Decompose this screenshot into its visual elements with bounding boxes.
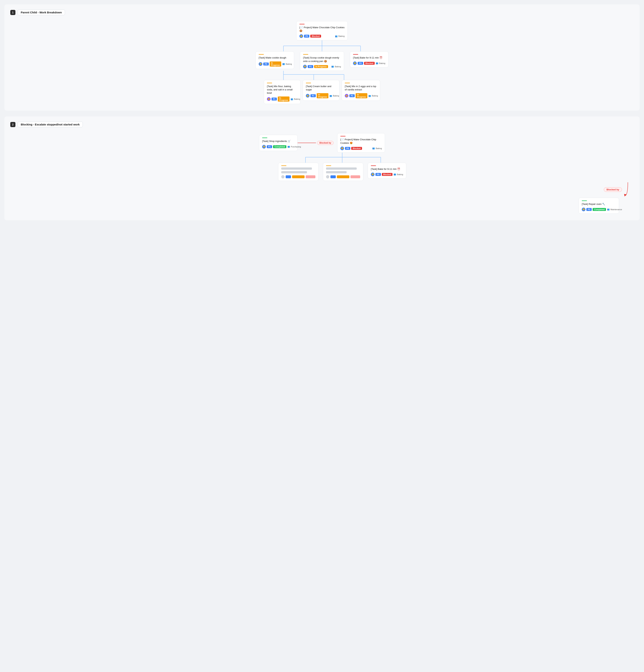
project-priority-s2: P0 [345,147,350,150]
level2-card-2[interactable]: [Task] Bake for 9-11 min ⏰ 😊 P0 Blocked … [350,51,388,67]
blurred-2-line-2 [326,171,347,173]
l3-1-title: [Task] Cream butter and sugar [306,85,336,91]
project-team-s2: 👥 Baking [372,147,382,149]
project-avatar-s2: 😊 [340,146,344,150]
bake-avatar: 😊 [371,172,375,176]
team-icon-l3-0: 👥 [291,98,293,100]
blurred-2-badge-blue [330,175,336,178]
root-status-badge: Blocked [310,35,321,38]
l3-2-footer: 😊 P1 In Progress 👥 Baking [345,93,377,98]
root-team-label: Baking [338,35,344,37]
blurred-2-accent [326,166,331,166]
bake-priority: P0 [375,173,381,176]
l3-2-status: In Progress [355,93,367,98]
l2-2-status: Blocked [364,62,375,65]
blurred-2-badge-yellow [337,175,349,178]
section-1-diagram: [📄 Project] Make Chocolate Chip Cookies … [10,21,634,104]
root-row: [📄 Project] Make Chocolate Chip Cookies … [10,21,634,40]
team-icon-l2-0: 👥 [282,63,285,65]
bake-card[interactable]: [Task] Bake for 9-11 min ⏰ 😊 P0 Blocked … [368,163,406,179]
blurred-2-footer [326,175,360,178]
blurred-card-1 [278,163,318,181]
root-connector [10,40,634,51]
blurred-2-line-1 [326,167,357,170]
l2-2-footer: 😊 P0 Blocked 👥 Baking [353,61,385,65]
section-1: 1 Parent Child - Work Breakdown [📄 Proje… [4,4,640,111]
root-card[interactable]: [📄 Project] Make Chocolate Chip Cookies … [296,21,348,40]
l2-2-accent [353,54,358,55]
shop-team: 👥 Purchasing [288,145,301,148]
section-2: 2 Blocking - Escalate stopped/not starte… [4,117,640,220]
team-icon-l3-1: 👥 [329,95,332,97]
l3-0-title: [Task] Mix flour, baking soda, and salt … [267,85,297,95]
level2-connector [10,71,634,80]
project-card-s2[interactable]: [📄 Project] Make Chocolate Chip Cookies … [337,133,385,153]
l2-0-avatar: 😊 [259,62,262,66]
blocked-by-label-1-wrapper: Blocked by [317,141,333,145]
l2-1-priority: P1 [308,65,313,68]
l2-2-avatar: 😊 [353,61,357,65]
section-2-diagram: [Task] Shop ingredients 🛒 😊 P1 Completed… [10,133,634,214]
level2-card-0[interactable]: [Task] Make cookie dough 😊 P0 In Progres… [256,51,294,69]
project-footer-s2: 😊 P0 Blocked 👥 Baking [340,146,382,150]
level3-card-2[interactable]: [Task] Mix in 2 eggs and a tsp of vanill… [342,80,380,101]
repair-status: Completed [593,208,606,211]
blurred-1-accent [281,166,286,166]
level3-card-0[interactable]: [Task] Mix flour, baking soda, and salt … [264,80,301,104]
bake-status: Blocked [382,173,393,176]
blocked-by-badge-2: Blocked by [604,187,622,192]
team-icon-l2-2: 👥 [376,62,378,64]
l3-1-footer-left: 😊 P1 In Progress [306,93,328,98]
root-team: 👥 Baking [335,35,344,37]
team-icon-l2-1: 👥 [331,65,334,68]
l3-1-avatar: 😊 [306,94,309,98]
project-title-s2: [📄 Project] Make Chocolate Chip Cookies … [340,138,382,145]
l2-0-footer-left: 😊 P0 In Progress [259,61,281,67]
repair-card[interactable]: [Task] Repair oven 🔧 😊 P2 Completed 👥 Ma… [579,198,619,214]
blocked-by-2-row: Blocked by [604,182,630,197]
root-footer: 😊 P0 Blocked 👥 Baking [300,34,344,38]
s2-repair-section: Blocked by [Task] Repair oven 🔧 [10,182,630,214]
blocked-by-arrow-1: Blocked by [296,140,333,146]
level2-card-1[interactable]: [Task] Scoop cookie dough evenly onto a … [300,51,344,71]
l3-2-avatar: 😊 [345,94,349,98]
s2-connector-svg [287,153,397,163]
repair-footer: 😊 P2 Completed 👥 Maintenance [582,208,616,211]
l3-2-priority: P1 [349,94,355,97]
l2-0-accent [259,54,264,55]
l3-1-footer: 😊 P1 In Progress 👥 Baking [306,93,336,98]
l3-0-status: In Progress [278,96,290,101]
l3-1-status: In Progress [317,93,328,98]
blurred-2-circle [326,175,329,178]
section-2-title: Blocking - Escalate stopped/not started … [17,122,83,127]
l2-0-team: 👥 Baking [282,63,292,65]
l3-2-team: 👥 Baking [368,95,378,97]
repair-accent [582,201,587,201]
l3-2-accent [345,83,350,83]
l3-1-priority: P1 [311,94,316,97]
l3-2-footer-left: 😊 P1 In Progress [345,93,367,98]
team-icon-shop: 👥 [288,145,290,148]
blurred-1-line-1 [281,167,312,170]
l3-0-avatar: 😊 [267,97,271,101]
shop-status: Completed [273,145,286,148]
level3-card-1[interactable]: [Task] Cream butter and sugar 😊 P1 In Pr… [303,80,339,101]
l3-2-title: [Task] Mix in 2 eggs and a tsp of vanill… [345,85,377,91]
team-icon-repair: 👥 [607,208,610,211]
shop-card[interactable]: [Task] Shop ingredients 🛒 😊 P1 Completed… [259,135,297,151]
blurred-1-footer [281,175,315,178]
l2-2-title: [Task] Bake for 9-11 min ⏰ [353,56,385,59]
blurred-1-badge-pink [306,175,315,178]
l2-1-team: 👥 Baking [331,65,341,68]
repair-title: [Task] Repair oven 🔧 [582,203,616,206]
shop-priority: P1 [267,145,272,148]
connector-svg-1 [267,40,377,51]
connector-svg-2 [267,71,377,80]
bake-footer-left: 😊 P0 Blocked [371,172,393,176]
s2-row1: [Task] Shop ingredients 🛒 😊 P1 Completed… [10,133,634,153]
blurred-1-line-2 [281,171,307,173]
l2-0-title: [Task] Make cookie dough [259,56,291,59]
l3-0-priority: P1 [271,98,277,100]
l3-1-accent [306,83,311,83]
repair-team: 👥 Maintenance [607,208,622,211]
